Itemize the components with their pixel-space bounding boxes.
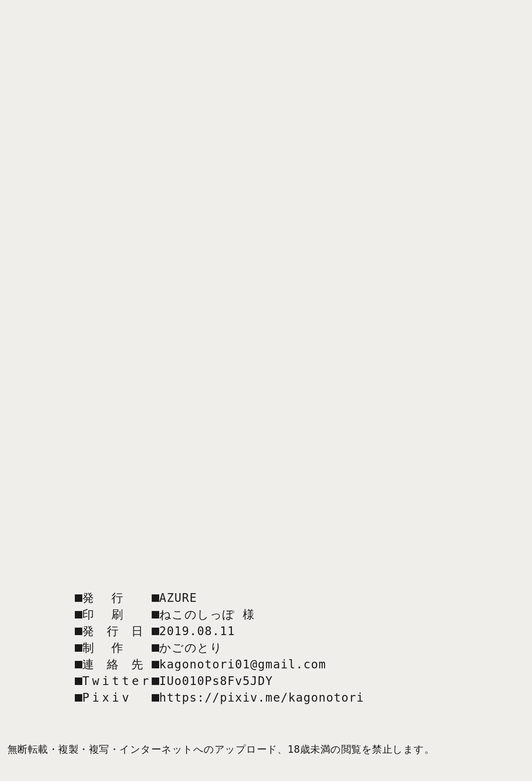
info-label: 連 絡 先: [82, 656, 152, 673]
square-icon-left: [75, 673, 82, 690]
square-icon-left: [75, 640, 82, 656]
info-label: 発 行: [82, 590, 152, 606]
info-value: IUo010Ps8Fv5JDY: [159, 673, 364, 690]
info-row: 発 行AZURE: [75, 590, 364, 606]
info-table: 発 行AZURE印 刷ねこのしっぽ 様発 行 日2019.08.11制 作かごの…: [75, 590, 364, 706]
info-label: Pixiv: [82, 690, 152, 706]
square-icon-right: [152, 623, 159, 640]
info-row: 連 絡 先kagonotori01@gmail.com: [75, 656, 364, 673]
info-row: 発 行 日2019.08.11: [75, 623, 364, 640]
info-label: 制 作: [82, 640, 152, 656]
square-icon-right: [152, 606, 159, 623]
square-icon-left: [75, 606, 82, 623]
square-icon-right: [152, 656, 159, 673]
info-row: 制 作かごのとり: [75, 640, 364, 656]
info-value: https://pixiv.me/kagonotori: [159, 690, 364, 706]
info-row: Pixivhttps://pixiv.me/kagonotori: [75, 690, 364, 706]
square-icon-left: [75, 623, 82, 640]
square-icon-left: [75, 590, 82, 606]
info-label: Twitter: [82, 673, 152, 690]
info-block: 発 行AZURE印 刷ねこのしっぽ 様発 行 日2019.08.11制 作かごの…: [75, 590, 364, 706]
square-icon-right: [152, 590, 159, 606]
square-icon-right: [152, 673, 159, 690]
info-value: AZURE: [159, 590, 364, 606]
square-icon-left: [75, 656, 82, 673]
info-value: kagonotori01@gmail.com: [159, 656, 364, 673]
page: 発 行AZURE印 刷ねこのしっぽ 様発 行 日2019.08.11制 作かごの…: [0, 0, 532, 781]
info-label: 発 行 日: [82, 623, 152, 640]
info-value: かごのとり: [159, 640, 364, 656]
square-icon-right: [152, 690, 159, 706]
info-row: 印 刷ねこのしっぽ 様: [75, 606, 364, 623]
footer-text: 無断転載・複製・複写・インターネットへのアップロード、18歳未満の閲覧を禁止しま…: [7, 743, 525, 756]
info-label: 印 刷: [82, 606, 152, 623]
info-value: ねこのしっぽ 様: [159, 606, 364, 623]
info-row: TwitterIUo010Ps8Fv5JDY: [75, 673, 364, 690]
square-icon-right: [152, 640, 159, 656]
info-value: 2019.08.11: [159, 623, 364, 640]
square-icon-left: [75, 690, 82, 706]
